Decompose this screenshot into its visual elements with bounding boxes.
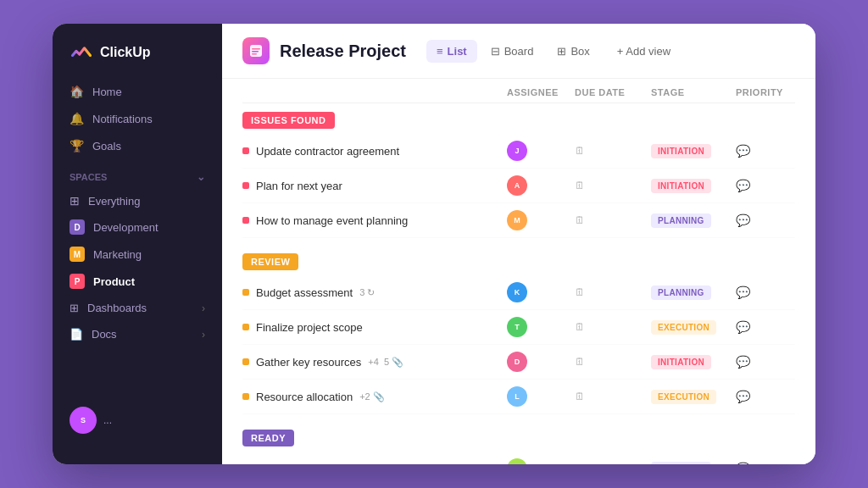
chevron-right-docs-icon: › [202,329,205,341]
sidebar-item-home[interactable]: 🏠 Home [53,78,222,105]
review-badge: REVIEW [242,253,298,270]
avatar: T [507,317,527,337]
group-header-review: REVIEW [242,245,795,275]
project-icon-svg [248,43,264,58]
tab-box[interactable]: ⊞ Box [547,40,599,63]
board-tab-icon: ⊟ [491,45,500,58]
sidebar-item-notifications[interactable]: 🔔 Notifications [53,105,222,132]
task-dot [242,147,249,154]
avatar: J [507,141,527,161]
calendar-icon: 🗓 [575,180,585,191]
chevron-down-icon: ⌄ [197,171,205,183]
product-space-icon: P [70,274,85,289]
stage-badge: EXECUTION [651,320,716,335]
table-row[interactable]: Resource allocation +2 📎 L 🗓 EXECUTION 💬 [242,380,795,414]
clickup-logo-icon [70,41,93,64]
add-view-button[interactable]: + Add view [607,40,681,63]
bell-icon: 🔔 [70,112,84,125]
sidebar-item-notifications-label: Notifications [92,113,153,125]
dashboards-icon: ⊞ [70,302,79,314]
user-status: ... [103,414,112,426]
comment-icon: 💬 [736,179,750,192]
avatar: D [507,352,527,372]
task-dot [242,358,249,365]
ready-badge: READY [242,430,294,446]
sidebar-item-goals[interactable]: 🏆 Goals [53,132,222,159]
group-header-ready: READY [242,421,795,452]
sidebar-item-docs[interactable]: 📄 Docs › [53,321,222,347]
grid-icon: ⊞ [70,194,80,208]
project-title: Release Project [280,42,406,61]
user-profile[interactable]: S ... [53,393,222,447]
table-area: ASSIGNEE DUE DATE STAGE PRIORITY ISSUES … [222,79,815,464]
task-dot [242,289,249,296]
comment-icon: 💬 [736,320,750,334]
comment-icon: 💬 [736,462,750,464]
sidebar: ClickUp 🏠 Home 🔔 Notifications 🏆 Goals S… [53,24,222,464]
list-tab-icon: ≡ [437,45,443,58]
box-tab-icon: ⊞ [557,45,566,58]
avatar: M [507,210,527,230]
comment-icon: 💬 [736,390,750,403]
calendar-icon: 🗓 [575,145,585,157]
view-tabs: ≡ List ⊟ Board ⊞ Box [426,40,600,63]
sidebar-item-home-label: Home [92,86,122,98]
stage-badge: INITIATION [651,179,711,193]
stage-badge: PLANNING [651,214,711,228]
calendar-icon: 🗓 [575,356,585,368]
calendar-icon: 🗓 [575,463,585,464]
comment-icon: 💬 [736,144,750,158]
svg-rect-2 [252,51,259,53]
stage-badge: INITIATION [651,144,711,158]
development-space-icon: D [70,219,85,235]
avatar: S [70,407,97,434]
logo: ClickUp [53,41,222,78]
comment-icon: 💬 [736,214,750,227]
sidebar-item-marketing[interactable]: M Marketing [53,241,222,268]
table-row[interactable]: Gather key resources +4 5 📎 D 🗓 INITIATI… [242,345,795,380]
table-row[interactable]: Budget assessment 3 ↻ K 🗓 PLANNING 💬 [242,275,795,310]
svg-rect-3 [252,53,257,55]
sidebar-item-everything[interactable]: ⊞ Everything [53,188,222,214]
group-header-issues: ISSUES FOUND [242,103,795,134]
stage-badge: PLANNING [651,462,711,465]
table-row[interactable]: How to manage event planning M 🗓 PLANNIN… [242,203,795,238]
app-container: ClickUp 🏠 Home 🔔 Notifications 🏆 Goals S… [53,24,815,464]
sidebar-item-dashboards[interactable]: ⊞ Dashboards › [53,295,222,321]
task-dot [242,393,249,400]
spaces-section-label: Spaces ⌄ [53,159,222,188]
table-row[interactable]: Finalize project scope T 🗓 EXECUTION 💬 [242,310,795,345]
table-row[interactable]: New contractor agreement R 🗓 PLANNING 💬 [242,452,795,464]
table-row[interactable]: Plan for next year A 🗓 INITIATION 💬 [242,169,795,203]
calendar-icon: 🗓 [575,321,585,333]
marketing-space-icon: M [70,247,85,262]
task-group-issues: ISSUES FOUND Update contractor agreement… [242,103,795,238]
avatar: L [507,386,527,407]
table-row[interactable]: Update contractor agreement J 🗓 INITIATI… [242,134,795,169]
task-group-review: REVIEW Budget assessment 3 ↻ K 🗓 PLANNIN… [242,245,795,414]
task-dot [242,217,249,224]
tab-list[interactable]: ≡ List [426,40,477,63]
trophy-icon: 🏆 [70,139,84,152]
tab-board[interactable]: ⊟ Board [481,40,544,63]
sidebar-item-product[interactable]: P Product [53,268,222,295]
stage-badge: EXECUTION [651,390,716,404]
task-dot [242,324,249,330]
top-bar: Release Project ≡ List ⊟ Board ⊞ Box + A… [222,24,815,79]
app-name: ClickUp [100,45,151,60]
project-icon [242,37,270,64]
stage-badge: PLANNING [651,286,711,300]
table-header: ASSIGNEE DUE DATE STAGE PRIORITY [242,79,795,103]
home-icon: 🏠 [70,85,84,98]
task-meta: +2 📎 [359,391,385,402]
avatar: R [507,458,527,464]
calendar-icon: 🗓 [575,214,585,226]
calendar-icon: 🗓 [575,286,585,298]
main-content: Release Project ≡ List ⊟ Board ⊞ Box + A… [222,24,815,464]
docs-icon: 📄 [70,328,83,341]
issues-badge: ISSUES FOUND [242,112,335,129]
svg-rect-1 [252,48,260,50]
chevron-right-dashboards-icon: › [202,302,205,314]
sidebar-item-development[interactable]: D Development [53,214,222,241]
calendar-icon: 🗓 [575,391,585,402]
